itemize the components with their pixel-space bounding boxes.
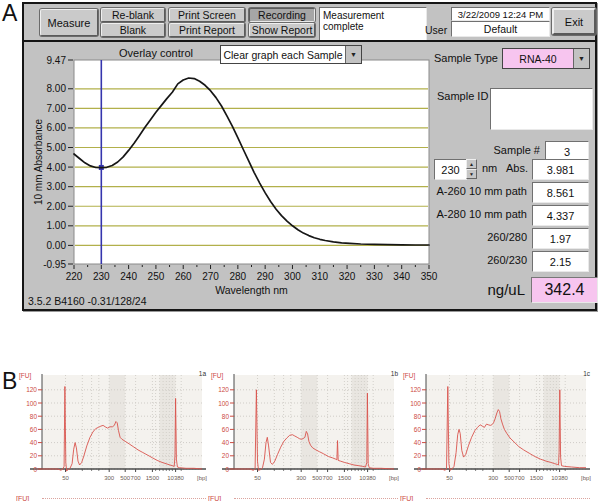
svg-text:3.00: 3.00 [47, 181, 67, 192]
recording-button[interactable]: Recording [249, 8, 315, 22]
svg-text:120: 120 [218, 386, 229, 393]
status-text: Measurement complete [323, 10, 384, 32]
svg-text:6.00: 6.00 [47, 122, 67, 133]
svg-text:60: 60 [222, 426, 230, 433]
svg-text:100: 100 [410, 400, 421, 407]
sample-type-value: RNA-40 [503, 49, 573, 68]
svg-text:310: 310 [311, 271, 328, 282]
svg-text:0: 0 [33, 466, 37, 473]
svg-text:10 mm Absorbance: 10 mm Absorbance [33, 118, 44, 205]
fu-label-fragment: [FU] [400, 495, 413, 501]
svg-text:100: 100 [26, 400, 37, 407]
svg-text:20: 20 [414, 452, 422, 459]
svg-text:290: 290 [257, 271, 274, 282]
svg-text:50: 50 [446, 475, 453, 481]
electropherogram-3: 02040608010012050300500700150010380[FU]1… [400, 368, 592, 494]
svg-text:40: 40 [30, 439, 38, 446]
ratio-260-230-value: 2.15 [532, 251, 589, 272]
svg-text:120: 120 [26, 386, 37, 393]
svg-text:[FU]: [FU] [19, 372, 31, 380]
svg-text:700: 700 [323, 475, 334, 481]
svg-text:350: 350 [421, 271, 438, 282]
svg-text:1500: 1500 [530, 475, 544, 481]
svg-text:10380: 10380 [167, 475, 184, 481]
a280-value: 4.337 [532, 205, 589, 226]
svg-text:240: 240 [120, 271, 137, 282]
user-field[interactable]: Default [451, 21, 550, 37]
svg-text:40: 40 [222, 439, 230, 446]
overlay-control-label: Overlay control [119, 47, 193, 59]
screenshot-page: A Measure Re-blank Blank Print Screen Pr… [0, 0, 600, 501]
exit-button[interactable]: Exit [552, 8, 596, 35]
svg-text:[FU]: [FU] [211, 372, 223, 380]
svg-text:8.00: 8.00 [47, 83, 67, 94]
panel-a-label: A [2, 0, 17, 27]
chevron-down-icon[interactable]: ▼ [573, 49, 589, 68]
fu-label-fragment: [FU] [16, 495, 29, 501]
svg-text:1500: 1500 [338, 475, 352, 481]
user-label: User [425, 24, 447, 36]
chevron-down-icon[interactable]: ▼ [345, 46, 361, 63]
svg-text:-0.95: -0.95 [43, 259, 66, 270]
svg-text:10380: 10380 [359, 475, 376, 481]
electropherogram-2: 02040608010012050300500700150010380[FU]1… [208, 368, 400, 494]
sample-type-dropdown[interactable]: RNA-40 ▼ [502, 48, 590, 69]
svg-text:50: 50 [62, 475, 69, 481]
spinner-down-icon[interactable]: ▼ [466, 169, 477, 179]
fu-label-fragment: [FU] [208, 495, 221, 501]
ratio-260-280-value: 1.97 [532, 228, 589, 249]
electropherogram-1: 02040608010012050300500700150010380[FU]1… [16, 368, 208, 494]
svg-text:700: 700 [131, 475, 142, 481]
toolbar-separator [24, 40, 595, 42]
svg-text:[bp]: [bp] [581, 475, 591, 481]
svg-text:300: 300 [284, 271, 301, 282]
svg-text:250: 250 [148, 271, 165, 282]
print-screen-button[interactable]: Print Screen [169, 8, 245, 22]
concentration-value: 342.4 [531, 277, 598, 303]
svg-text:500: 500 [120, 475, 131, 481]
a260-value: 8.561 [532, 182, 589, 203]
spectrum-chart[interactable]: 9.478.007.006.005.004.003.002.001.000.00… [28, 52, 460, 302]
svg-text:500: 500 [312, 475, 323, 481]
svg-text:230: 230 [93, 271, 110, 282]
status-box: Measurement complete [319, 7, 427, 41]
svg-text:[bp]: [bp] [197, 475, 207, 481]
svg-text:300: 300 [104, 475, 115, 481]
next-row-plot-hint: [FU] [400, 495, 592, 501]
wavelength-stepper[interactable]: ▲ ▼ [466, 159, 477, 178]
svg-text:500: 500 [504, 475, 515, 481]
svg-text:Wavelength nm: Wavelength nm [215, 284, 288, 296]
svg-text:0: 0 [417, 466, 421, 473]
svg-text:330: 330 [366, 271, 383, 282]
svg-text:700: 700 [515, 475, 526, 481]
measure-button[interactable]: Measure [40, 9, 98, 36]
blank-button[interactable]: Blank [101, 23, 165, 37]
svg-text:270: 270 [202, 271, 219, 282]
nanodrop-window: Measure Re-blank Blank Print Screen Prin… [22, 2, 597, 311]
svg-text:50: 50 [254, 475, 261, 481]
svg-text:5.00: 5.00 [47, 142, 67, 153]
svg-text:300: 300 [296, 475, 307, 481]
overlay-control-value: Clear graph each Sample [221, 46, 345, 63]
print-report-button[interactable]: Print Report [169, 23, 245, 37]
svg-text:0.00: 0.00 [47, 240, 67, 251]
reblank-button[interactable]: Re-blank [101, 8, 165, 22]
svg-text:120: 120 [410, 386, 421, 393]
svg-text:7.00: 7.00 [47, 103, 67, 114]
svg-text:[bp]: [bp] [389, 475, 399, 481]
show-report-button[interactable]: Show Report [249, 23, 315, 37]
svg-text:220: 220 [66, 271, 83, 282]
abs-value: 3.981 [532, 159, 589, 180]
svg-text:1a: 1a [199, 370, 207, 377]
svg-text:1500: 1500 [146, 475, 160, 481]
svg-text:20: 20 [222, 452, 230, 459]
svg-text:340: 340 [393, 271, 410, 282]
next-row-plot-hint: [FU] [16, 495, 208, 501]
svg-text:80: 80 [222, 413, 230, 420]
svg-text:9.47: 9.47 [47, 55, 67, 66]
svg-text:80: 80 [30, 413, 38, 420]
sample-id-input[interactable] [490, 88, 593, 130]
overlay-control-dropdown[interactable]: Clear graph each Sample ▼ [220, 45, 362, 64]
spinner-up-icon[interactable]: ▲ [466, 159, 477, 169]
svg-text:60: 60 [414, 426, 422, 433]
